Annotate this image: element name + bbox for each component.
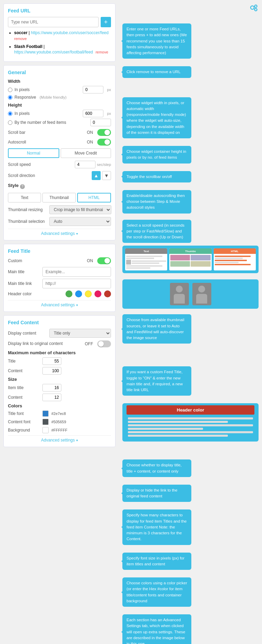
main-title-input[interactable] <box>42 267 111 277</box>
height-pixels-radio[interactable] <box>8 111 12 116</box>
height-label: Height <box>8 102 111 108</box>
title-font-label: Title font <box>8 411 42 416</box>
style-thumbnail-button[interactable]: Thumbnail <box>42 193 75 202</box>
main-title-label: Main title <box>8 269 42 274</box>
tooltip-max-chars: Specify how many characters to display f… <box>122 509 191 545</box>
feed-title-advanced-settings[interactable]: Advanced settings ▾ <box>8 300 111 307</box>
color-dot-blue[interactable] <box>75 290 82 297</box>
content-font-color-swatch[interactable] <box>42 419 49 425</box>
display-content-select[interactable]: Title only Title + content Content only <box>49 329 111 338</box>
move-credit-button[interactable]: Move Credit <box>61 148 111 158</box>
style-preview-text: Text <box>125 248 167 270</box>
width-responsive-label: Responsive <box>14 95 36 100</box>
style-text-button[interactable]: Text <box>8 193 41 202</box>
feed-content-advanced-settings[interactable]: Advanced settings ▾ <box>8 435 111 443</box>
custom-toggle[interactable] <box>97 257 111 264</box>
display-link-state: OFF <box>85 341 93 346</box>
tooltip-scroll-speed: Select a scroll speed (in seconds per st… <box>122 220 191 243</box>
autoscroll-label: Autoscroll <box>8 140 49 145</box>
thumbnail-resizing-select[interactable]: Crop image to fill thumbnail <box>49 205 111 214</box>
general-title: General <box>8 70 111 75</box>
feed-url-link[interactable]: https://www.youtube.com/user/soccer/feed <box>31 30 109 35</box>
tooltip-advanced-settings: Each section has an Advanced Settings ta… <box>122 614 191 644</box>
color-dot-pink[interactable] <box>94 290 101 297</box>
height-pixels-input[interactable] <box>83 110 103 117</box>
height-items-input[interactable] <box>90 119 111 126</box>
feed-url-input[interactable] <box>8 17 99 27</box>
autoscroll-knob <box>104 139 110 145</box>
feed-remove-link[interactable]: remove <box>14 37 27 41</box>
width-px-label: px <box>107 88 111 92</box>
main-title-link-input[interactable] <box>42 279 111 288</box>
scrollbar-state: ON <box>87 130 93 135</box>
title-chars-label: Title <box>8 359 42 364</box>
autoscroll-state: ON <box>87 140 93 145</box>
tooltip-feed-urls: Enter one or more Feed URLs, then press … <box>122 23 191 59</box>
autoscroll-toggle[interactable] <box>97 139 111 146</box>
feed-url-link[interactable]: https://www.youtube.com/user/football/fe… <box>14 50 93 55</box>
style-info-icon[interactable]: ? <box>20 184 25 189</box>
thumbnail-selection-label: Thumbnail selection <box>8 219 49 224</box>
normal-scroll-button[interactable]: Normal <box>8 148 59 158</box>
chevron-down-icon: ▾ <box>76 232 78 236</box>
tooltip-thumbnail: Choose from available thumbnail sources,… <box>122 314 191 344</box>
scroll-speed-input[interactable] <box>75 161 95 168</box>
tooltip-display-link: Display or hide the link to the original… <box>122 485 191 502</box>
tooltip-scrollbar: Toggle the scrollbar on/off <box>122 171 191 182</box>
width-responsive-radio[interactable] <box>8 95 12 100</box>
width-pixels-input[interactable] <box>83 86 103 93</box>
color-dot-green[interactable] <box>66 290 72 297</box>
height-items-label: By the number of feed items <box>14 120 66 125</box>
tooltip-remove-url: Click remove to remove a URL <box>122 66 191 78</box>
header-color-preview-label: Header color <box>127 405 254 415</box>
content-size-input[interactable] <box>42 394 61 401</box>
scroll-direction-label: Scroll direction <box>8 173 49 178</box>
general-section: General Width In pixels px Responsive (M… <box>3 65 115 240</box>
display-content-label: Display content <box>8 331 49 336</box>
color-dot-yellow[interactable] <box>85 290 92 297</box>
content-chars-label: Content <box>8 368 42 373</box>
style-html-button[interactable]: HTML <box>77 193 111 202</box>
size-label: Size <box>8 377 111 382</box>
height-pixels-label: In pixels <box>14 111 30 116</box>
width-label: Width <box>8 79 111 84</box>
content-font-label: Content font <box>8 419 42 424</box>
title-font-color-swatch[interactable] <box>42 410 49 417</box>
feed-content-title: Feed Content <box>8 320 111 325</box>
general-advanced-settings[interactable]: Advanced settings ▾ <box>8 229 111 236</box>
scroll-down-button[interactable]: ▼ <box>102 171 111 180</box>
scrollbar-toggle[interactable] <box>97 129 111 136</box>
custom-label: Custom <box>8 258 49 263</box>
item-title-size-input[interactable] <box>42 384 61 392</box>
thumb-person-1 <box>170 283 189 305</box>
feed-url-title: Feed URL <box>8 8 111 13</box>
title-font-hex: #2e7ec8 <box>51 412 66 416</box>
style-preview-html: HTML <box>214 248 256 270</box>
title-chars-input[interactable] <box>42 357 61 365</box>
header-color-label: Header color <box>8 291 49 296</box>
feed-remove-link-2[interactable]: remove <box>95 50 108 54</box>
color-dot-red[interactable] <box>104 290 111 297</box>
display-link-knob <box>98 341 104 347</box>
width-responsive-hint: (Mobile friendly) <box>40 95 67 99</box>
feed-list: soccer | https://www.youtube.com/user/so… <box>8 30 111 55</box>
tooltip-height: Choose widget container height in pixels… <box>122 146 191 164</box>
custom-state: ON <box>87 258 93 263</box>
content-size-label: Content <box>8 395 42 400</box>
width-pixels-radio[interactable] <box>8 88 12 92</box>
thumbnail-resizing-label: Thumbnail resizing <box>8 207 49 212</box>
display-link-toggle[interactable] <box>97 340 111 347</box>
scroll-up-button[interactable]: ▲ <box>92 171 101 180</box>
colors-label: Colors <box>8 403 111 408</box>
content-chars-input[interactable] <box>42 367 61 375</box>
add-feed-button[interactable]: + <box>101 17 111 27</box>
tooltip-size: Specify font size in pixels (px) for ite… <box>122 553 191 570</box>
height-items-radio[interactable] <box>8 120 12 125</box>
thumbnail-selection-select[interactable]: Auto <box>49 217 111 226</box>
tooltip-custom: If you want a custom Feed Title, toggle … <box>122 366 191 396</box>
background-color-swatch[interactable] <box>42 427 49 433</box>
tooltip-width: Choose widget width in pixels, or automa… <box>122 97 191 139</box>
thumb-person-2 <box>192 283 211 305</box>
feed-title-section: Feed Title Custom ON Main title Main tit… <box>3 244 115 312</box>
feed-content-section: Feed Content Display content Title only … <box>3 315 115 447</box>
